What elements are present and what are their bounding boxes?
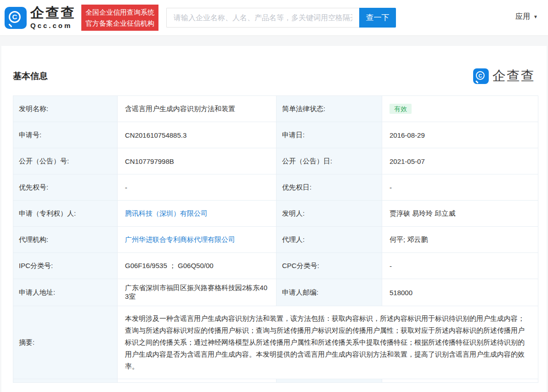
- watermark-text: 企查查: [492, 67, 535, 85]
- table-row: 发明名称:含谣言用户生成内容识别方法和装置简单法律状态:有效: [13, 96, 538, 122]
- certification-badge: 全国企业信用查询系统 官方备案企业征信机构: [81, 5, 158, 31]
- row-value: 贾淳硖 易玲玲 邱立威: [382, 201, 538, 227]
- row-value: -: [382, 174, 538, 201]
- logo-letter: C: [10, 12, 19, 22]
- row-value: 2016-08-29: [382, 122, 538, 148]
- row-value: 广东省深圳市福田区振兴路赛格科技园2栋东403室: [118, 279, 277, 306]
- magnifier-handle-icon: [475, 80, 479, 83]
- table-row: 优先权号:-优先权日:-: [13, 174, 538, 201]
- row-label: 优先权号:: [13, 174, 118, 201]
- certification-badge-line2: 官方备案企业征信机构: [85, 18, 154, 28]
- search-box: 查一下: [166, 8, 396, 28]
- magnifier-ring-icon: C: [9, 11, 21, 23]
- logo-name: 企查查: [30, 6, 76, 20]
- nav-app-dropdown[interactable]: 应用 ▼: [515, 12, 538, 22]
- nav-app-label: 应用: [515, 12, 530, 22]
- card-header: 基本信息 C 企查查: [13, 46, 535, 95]
- search-button[interactable]: 查一下: [359, 8, 396, 28]
- table-row: 申请（专利权）人:腾讯科技（深圳）有限公司发明人:贾淳硖 易玲玲 邱立威: [13, 201, 538, 227]
- section-title: 基本信息: [13, 70, 48, 82]
- basic-info-card: 基本信息 C 企查查 发明名称:含谣言用户生成内容识别方法和装置简单法律状态:有…: [1, 46, 547, 392]
- abstract-row: 摘要:本发明涉及一种含谣言用户生成内容识别方法和装置，该方法包括：获取内容标识，…: [13, 306, 538, 379]
- magnifier-ring-icon: C: [476, 71, 485, 80]
- certification-badge-line1: 全国企业信用查询系统: [85, 7, 154, 17]
- table-row: IPC分类号:G06F16/9535 ； G06Q50/00CPC分类号:-: [13, 253, 538, 279]
- row-label: 代理人:: [277, 227, 382, 253]
- table-row: 申请号:CN201610754885.3申请日:2016-08-29: [13, 122, 538, 148]
- row-value: 2021-05-07: [382, 148, 538, 174]
- row-value: 有效: [382, 96, 538, 122]
- abstract-label: 摘要:: [13, 306, 118, 379]
- row-value: CN201610754885.3: [118, 122, 277, 148]
- table-row-cutoff: [13, 379, 538, 383]
- row-label: 公开（公告）日:: [277, 148, 382, 174]
- row-value: 含谣言用户生成内容识别方法和装置: [118, 96, 277, 122]
- row-cell: [13, 379, 118, 383]
- row-cell: [277, 379, 382, 383]
- row-label: 申请人地址:: [13, 279, 118, 306]
- row-label: IPC分类号:: [13, 253, 118, 279]
- logo-text: 企查查 Qcc.com: [30, 6, 76, 29]
- row-label: 发明人:: [277, 201, 382, 227]
- row-label: 申请号:: [13, 122, 118, 148]
- info-table-body: 发明名称:含谣言用户生成内容识别方法和装置简单法律状态:有效申请号:CN2016…: [13, 96, 538, 383]
- table-row: 公开（公告）号:CN107797998B公开（公告）日:2021-05-07: [13, 148, 538, 174]
- table-row: 申请人地址:广东省深圳市福田区振兴路赛格科技园2栋东403室申请人邮编:5180…: [13, 279, 538, 306]
- row-value: CN107797998B: [118, 148, 277, 174]
- header: C 企查查 Qcc.com 全国企业信用查询系统 官方备案企业征信机构 查一下 …: [0, 0, 548, 36]
- row-label: 申请（专利权）人:: [13, 201, 118, 227]
- abstract-text: 本发明涉及一种含谣言用户生成内容识别方法和装置，该方法包括：获取内容标识，所述内…: [118, 306, 538, 379]
- row-label: 申请日:: [277, 122, 382, 148]
- chevron-down-icon: ▼: [533, 15, 538, 19]
- entity-link[interactable]: 广州华进联合专利商标代理有限公司: [125, 235, 235, 243]
- row-value: G06F16/9535 ； G06Q50/00: [118, 253, 277, 279]
- qcc-logo[interactable]: C 企查查 Qcc.com: [5, 6, 76, 29]
- basic-info-table: 发明名称:含谣言用户生成内容识别方法和装置简单法律状态:有效申请号:CN2016…: [13, 95, 538, 383]
- qcc-watermark: C 企查查: [473, 67, 535, 85]
- logo-domain: Qcc.com: [30, 22, 76, 29]
- page-content: 基本信息 C 企查查 发明名称:含谣言用户生成内容识别方法和装置简单法律状态:有…: [0, 36, 548, 392]
- row-value: -: [382, 253, 538, 279]
- search-input[interactable]: [166, 8, 359, 28]
- watermark-letter: C: [477, 72, 484, 79]
- row-label: 发明名称:: [13, 96, 118, 122]
- row-value: 何平; 邓云鹏: [382, 227, 538, 253]
- row-value: -: [118, 174, 277, 201]
- row-label: 申请人邮编:: [277, 279, 382, 306]
- qcc-logo-icon: C: [5, 7, 27, 29]
- row-value: 广州华进联合专利商标代理有限公司: [118, 227, 277, 253]
- status-badge: 有效: [390, 104, 412, 114]
- magnifier-handle-icon: [8, 23, 12, 27]
- table-row: 代理机构:广州华进联合专利商标代理有限公司代理人:何平; 邓云鹏: [13, 227, 538, 253]
- row-label: 简单法律状态:: [277, 96, 382, 122]
- row-label: CPC分类号:: [277, 253, 382, 279]
- row-cell: [382, 379, 538, 383]
- entity-link[interactable]: 腾讯科技（深圳）有限公司: [125, 209, 208, 217]
- row-cell: [118, 379, 277, 383]
- qcc-watermark-icon: C: [473, 68, 489, 84]
- row-value: 腾讯科技（深圳）有限公司: [118, 201, 277, 227]
- row-label: 优先权日:: [277, 174, 382, 201]
- row-label: 公开（公告）号:: [13, 148, 118, 174]
- row-value: 518000: [382, 279, 538, 306]
- row-label: 代理机构:: [13, 227, 118, 253]
